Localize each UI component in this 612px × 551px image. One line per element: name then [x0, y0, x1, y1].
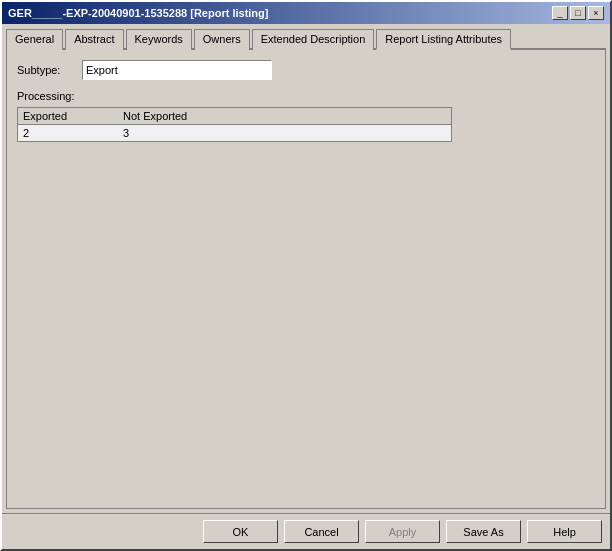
tab-abstract[interactable]: Abstract [65, 29, 123, 50]
window-body: General Abstract Keywords Owners Extende… [2, 24, 610, 513]
close-button[interactable]: × [588, 6, 604, 20]
tab-extended-description[interactable]: Extended Description [252, 29, 375, 50]
title-bar: GER_____-EXP-20040901-1535288 [Report li… [2, 2, 610, 24]
subtype-label: Subtype: [17, 64, 82, 76]
processing-label: Processing: [17, 90, 595, 102]
subtype-input[interactable] [82, 60, 272, 80]
cell-exported-value: 2 [23, 127, 123, 139]
processing-section: Processing: Exported Not Exported 2 3 [17, 90, 595, 142]
tab-report-listing-attributes[interactable]: Report Listing Attributes [376, 29, 511, 50]
tab-keywords[interactable]: Keywords [126, 29, 192, 50]
minimize-button[interactable]: _ [552, 6, 568, 20]
button-bar: OK Cancel Apply Save As Help [2, 513, 610, 549]
help-button[interactable]: Help [527, 520, 602, 543]
tab-bar: General Abstract Keywords Owners Extende… [6, 28, 606, 50]
table-row: 2 3 [18, 125, 451, 141]
table-header: Exported Not Exported [18, 108, 451, 125]
col-not-exported: Not Exported [123, 110, 223, 122]
tab-owners[interactable]: Owners [194, 29, 250, 50]
subtype-row: Subtype: [17, 60, 595, 80]
tab-general[interactable]: General [6, 29, 63, 50]
tab-content: Subtype: Processing: Exported Not Export… [6, 50, 606, 509]
window-title: GER_____-EXP-20040901-1535288 [Report li… [8, 7, 268, 19]
main-window: GER_____-EXP-20040901-1535288 [Report li… [0, 0, 612, 551]
maximize-button[interactable]: □ [570, 6, 586, 20]
processing-table: Exported Not Exported 2 3 [17, 107, 452, 142]
title-bar-buttons: _ □ × [552, 6, 604, 20]
save-as-button[interactable]: Save As [446, 520, 521, 543]
cancel-button[interactable]: Cancel [284, 520, 359, 543]
apply-button[interactable]: Apply [365, 520, 440, 543]
cell-not-exported-value: 3 [123, 127, 223, 139]
col-exported: Exported [23, 110, 123, 122]
ok-button[interactable]: OK [203, 520, 278, 543]
